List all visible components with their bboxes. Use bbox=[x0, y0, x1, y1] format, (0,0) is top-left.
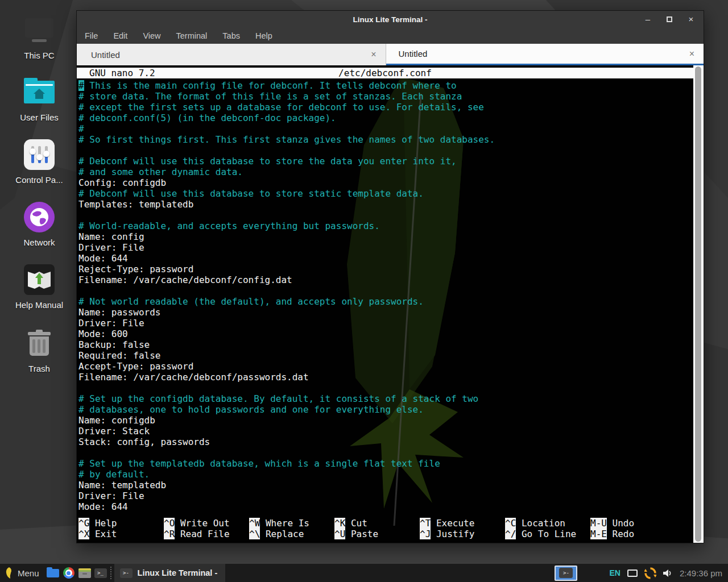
editor-line: Name: templatedb bbox=[78, 480, 693, 490]
editor-line bbox=[78, 285, 693, 296]
desktop-icon-trash[interactable]: Trash bbox=[0, 327, 78, 373]
shortcut-key: ^\ bbox=[249, 529, 260, 539]
window-title: Linux Lite Terminal - bbox=[353, 15, 427, 24]
editor-line: Accept-Type: password bbox=[78, 361, 693, 372]
editor-line: Driver: File bbox=[78, 242, 693, 253]
volume-speaker-icon[interactable] bbox=[663, 569, 673, 577]
desktop-icon-label: Control Pa... bbox=[15, 175, 63, 185]
terminal-launcher[interactable]: >_ bbox=[93, 564, 109, 582]
system-tray: EN 2:49:36 pm bbox=[609, 567, 728, 579]
tab-close-icon[interactable]: × bbox=[689, 49, 694, 59]
clock[interactable]: 2:49:36 pm bbox=[680, 568, 722, 578]
shortcut-hint: ^W Where Is bbox=[249, 518, 334, 529]
editor-line: # Debconf will use this database to stor… bbox=[78, 156, 693, 167]
editor-line: Required: false bbox=[78, 350, 693, 361]
desktop-icon-column: This PC User Files Control Pa... bbox=[0, 0, 78, 546]
menu-terminal[interactable]: Terminal bbox=[176, 31, 208, 40]
editor-line: Driver: File bbox=[78, 490, 693, 501]
window-titlebar[interactable]: Linux Lite Terminal - – × bbox=[77, 11, 704, 28]
update-refresh-icon[interactable] bbox=[644, 567, 656, 579]
tray-terminal-indicator[interactable]: >- bbox=[555, 566, 577, 581]
menu-label: Menu bbox=[18, 568, 39, 578]
minimize-button[interactable]: – bbox=[643, 11, 652, 28]
editor-line: Name: passwords bbox=[78, 307, 693, 318]
terminal-icon: >_ bbox=[94, 568, 107, 578]
menu-edit[interactable]: Edit bbox=[113, 31, 127, 40]
editor-line: Filename: /var/cache/debconf/passwords.d… bbox=[78, 372, 693, 383]
editor-line: # Debconf will use this database to stor… bbox=[78, 188, 693, 199]
display-icon[interactable] bbox=[627, 569, 638, 577]
editor-line: # Set up the templatedb database, which … bbox=[78, 458, 693, 469]
maximize-button[interactable] bbox=[665, 11, 674, 28]
maximize-icon bbox=[667, 16, 672, 22]
manual-book-icon bbox=[23, 264, 55, 296]
editor-line: Backup: false bbox=[78, 339, 693, 350]
chrome-launcher[interactable] bbox=[61, 564, 77, 582]
nano-editor[interactable]: GNU nano 7.2 /etc/debconf.conf # This is… bbox=[77, 65, 693, 543]
shortcut-hint: M-E Redo bbox=[590, 529, 676, 539]
shortcut-row: ^G Help^O Write Out^W Where Is^K Cut^T E… bbox=[78, 518, 676, 529]
editor-line: Mode: 644 bbox=[78, 501, 693, 512]
menu-help[interactable]: Help bbox=[255, 31, 272, 40]
tab-untitled-2-active[interactable]: Untitled × bbox=[386, 44, 704, 65]
close-button[interactable]: × bbox=[686, 11, 696, 28]
editor-line: # bbox=[78, 123, 693, 134]
editor-line: Name: config bbox=[78, 231, 693, 242]
desktop-icon-label: This PC bbox=[24, 51, 54, 60]
archive-manager-launcher[interactable] bbox=[77, 564, 93, 582]
shortcut-hint: ^O Write Out bbox=[164, 518, 249, 529]
taskbar-separator bbox=[110, 567, 111, 579]
editor-line: # by default. bbox=[78, 469, 693, 480]
blue-folder-icon bbox=[47, 569, 59, 577]
desktop-icon-user-files[interactable]: User Files bbox=[0, 76, 78, 122]
menu-view[interactable]: View bbox=[143, 31, 160, 40]
editor-line bbox=[78, 383, 693, 393]
globe-icon bbox=[23, 201, 55, 233]
editor-line: Driver: File bbox=[78, 318, 693, 329]
menu-file[interactable]: File bbox=[85, 31, 98, 40]
monitor-icon bbox=[23, 14, 55, 46]
chrome-icon bbox=[63, 567, 75, 579]
editor-line: # This is the main config file for debco… bbox=[78, 80, 693, 91]
editor-line: Mode: 600 bbox=[78, 329, 693, 339]
shortcut-key: M-U bbox=[590, 518, 607, 529]
keyboard-layout-indicator[interactable]: EN bbox=[609, 568, 620, 577]
shortcut-hint: ^U Paste bbox=[334, 529, 420, 539]
shortcut-key: ^W bbox=[249, 518, 260, 529]
editor-line: Filename: /var/cache/debconf/config.dat bbox=[78, 275, 693, 285]
shortcut-hint: ^X Exit bbox=[78, 529, 164, 539]
taskbar-window-label: Linux Lite Terminal - bbox=[138, 568, 218, 577]
shortcut-key: ^X bbox=[78, 529, 89, 539]
terminal-icon: >- bbox=[559, 568, 573, 578]
menu-tabs[interactable]: Tabs bbox=[222, 31, 240, 40]
home-folder-icon bbox=[23, 76, 55, 108]
tab-label: Untitled bbox=[399, 49, 428, 59]
linux-lite-logo-icon bbox=[5, 567, 13, 579]
scrollbar-thumb[interactable] bbox=[695, 66, 701, 542]
text-cursor: # bbox=[78, 80, 84, 91]
shortcut-row: ^X Exit^R Read File^\ Replace^U Paste^J … bbox=[78, 529, 676, 539]
tab-untitled-1[interactable]: Untitled × bbox=[77, 44, 386, 65]
menu-bar: File Edit View Terminal Tabs Help bbox=[77, 28, 704, 44]
terminal-window: Linux Lite Terminal - – × File Edit View… bbox=[76, 10, 704, 543]
desktop-icon-control-panel[interactable]: Control Pa... bbox=[0, 139, 78, 185]
tab-close-icon[interactable]: × bbox=[371, 49, 376, 60]
editor-line bbox=[78, 145, 693, 156]
start-menu-button[interactable]: Menu bbox=[0, 564, 45, 582]
desktop-icon-network[interactable]: Network bbox=[0, 201, 78, 247]
editor-line: Name: configdb bbox=[78, 415, 693, 426]
shortcut-key: ^T bbox=[420, 518, 431, 529]
desktop-icon-help-manual[interactable]: Help Manual bbox=[0, 264, 78, 310]
desktop-icon-label: Help Manual bbox=[15, 300, 63, 310]
terminal-scrollbar[interactable] bbox=[693, 65, 704, 543]
editor-line: # store data. The format of this file is… bbox=[78, 91, 693, 102]
editor-line: Mode: 644 bbox=[78, 253, 693, 264]
desktop-icon-this-pc[interactable]: This PC bbox=[0, 14, 78, 60]
trash-can-icon bbox=[23, 327, 55, 359]
sliders-icon bbox=[23, 139, 55, 171]
taskbar-window-button[interactable]: >- Linux Lite Terminal - bbox=[114, 564, 226, 582]
terminal-pane: GNU nano 7.2 /etc/debconf.conf # This is… bbox=[77, 65, 704, 543]
shortcut-hint: ^K Cut bbox=[334, 518, 420, 529]
file-manager-launcher[interactable] bbox=[45, 564, 61, 582]
desktop-icon-label: User Files bbox=[20, 113, 59, 122]
